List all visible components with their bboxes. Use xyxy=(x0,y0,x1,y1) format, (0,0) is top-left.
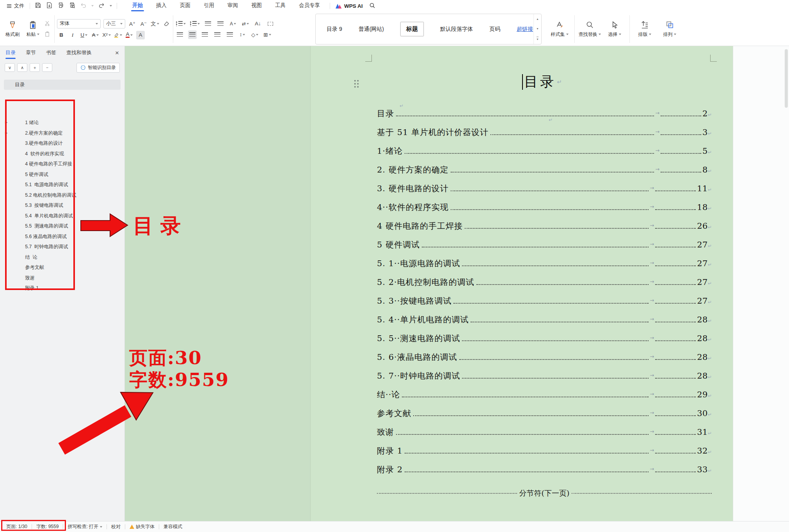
collapse-all-button[interactable]: ∧ xyxy=(17,63,27,72)
sidebar-toc-header[interactable]: 目录 xyxy=(4,80,121,90)
gallery-scroll-down[interactable]: ▾ xyxy=(537,27,538,30)
italic-button[interactable]: I xyxy=(68,31,77,39)
decrease-indent-button[interactable] xyxy=(204,20,212,28)
menu-tab[interactable]: 插入 xyxy=(149,0,173,12)
borders-button[interactable]: ⊞ xyxy=(263,30,272,39)
undo-dropdown-caret[interactable] xyxy=(91,5,94,7)
toc-entry[interactable]: 5. 7··时钟电路的调试 → 28 ↵ xyxy=(377,370,712,389)
sidebar-toc-item[interactable]: ▶ 5.2 电机控制电路的调试 xyxy=(0,169,124,180)
menu-tab[interactable]: 工具 xyxy=(268,0,292,12)
style-gallery-item[interactable]: 默认段落字体 xyxy=(440,26,473,33)
arrange-button[interactable]: 排列 xyxy=(657,14,682,44)
wps-ai-button[interactable]: WPS AI xyxy=(336,3,363,9)
toc-entry[interactable]: 参考文献 → 30 ↵ xyxy=(377,408,712,427)
shrink-font-button[interactable]: A⁻ xyxy=(139,20,148,28)
customize-qat-caret[interactable] xyxy=(110,5,112,7)
menu-tab[interactable]: 引用 xyxy=(197,0,221,12)
menu-tab[interactable]: 页面 xyxy=(173,0,197,12)
paste-button[interactable]: 粘贴 xyxy=(23,14,43,44)
paste-special-button[interactable] xyxy=(44,31,50,38)
compat-mode-status[interactable]: 兼容模式 xyxy=(163,523,182,530)
sidebar-toc-item[interactable]: ▶ 参考文献 xyxy=(0,242,124,252)
strikethrough-button[interactable]: A xyxy=(91,31,100,39)
toc-entry[interactable]: 5. 4··单片机电路的调试 → 28 ↵ xyxy=(377,314,712,333)
font-name-combo[interactable]: 宋体 xyxy=(57,19,101,28)
sidebar-toc-item[interactable]: ▶ 3.硬件电路的设计 xyxy=(0,117,124,128)
increase-indent-button[interactable] xyxy=(216,20,225,28)
superscript-button[interactable]: X² xyxy=(102,31,111,39)
gallery-more-button[interactable]: ▾ xyxy=(537,37,538,41)
toc-entry[interactable]: 5. 6·液晶电路的调试 → 28 ↵ xyxy=(377,352,712,370)
toc-entry[interactable]: 5. 3··按键电路调试 → 27 ↵ xyxy=(377,295,712,314)
proofread-button[interactable]: 校对 xyxy=(111,523,121,530)
typeset-button[interactable]: 排版 xyxy=(632,14,657,44)
menu-tab[interactable]: 视图 xyxy=(245,0,268,12)
align-left-button[interactable] xyxy=(176,30,184,39)
style-gallery-item[interactable]: 普通(网站) xyxy=(359,26,384,33)
shading-button[interactable]: ◇ xyxy=(251,30,259,39)
style-gallery-item[interactable]: 目录 9 xyxy=(327,26,342,33)
file-menu-button[interactable]: 文件 xyxy=(4,2,27,9)
undo-button[interactable] xyxy=(80,2,87,10)
text-direction-button[interactable]: A xyxy=(229,20,237,28)
cut-button[interactable] xyxy=(44,20,50,27)
sidebar-toc-item[interactable]: ▶ 1 绪论 xyxy=(0,97,124,107)
word-count-status[interactable]: 字数: 9559 xyxy=(36,523,59,530)
menu-tab[interactable]: 会员专享 xyxy=(292,0,327,12)
sidebar-toc-item[interactable]: ▶ 5.7 时钟电路的调试 xyxy=(0,221,124,231)
sidebar-toc-item[interactable]: ▶ 5.1 电源电路的调试 xyxy=(0,159,124,169)
convert-button[interactable]: ⇄ xyxy=(241,20,250,28)
save-button[interactable] xyxy=(35,2,41,10)
select-button[interactable]: 选择 xyxy=(602,14,627,44)
toc-entry[interactable]: 目录 → 2 ↵ xyxy=(377,108,712,127)
font-color-button[interactable]: A xyxy=(125,31,133,39)
sidebar-toc-item[interactable]: ▶ 附录 1 xyxy=(0,262,124,273)
toc-entry[interactable]: 5. 1··电源电路的调试 → 27 ↵ xyxy=(377,258,712,277)
sidebar-toc-item[interactable]: ▶ 5.4 单片机电路的调试 xyxy=(0,190,124,201)
toc-entry[interactable]: 致谢 → 31 ↵ xyxy=(377,427,712,445)
highlight-color-button[interactable] xyxy=(114,31,122,39)
gallery-scroll-up[interactable]: ▴ xyxy=(537,17,538,21)
expand-arrow-icon[interactable]: ▶ xyxy=(5,128,7,139)
toc-entry[interactable]: 5. 5··测速电路的调试 → 28 ↵ xyxy=(377,333,712,352)
clear-format-button[interactable] xyxy=(162,20,171,28)
sidebar-toc-item[interactable]: ▶ 4 软件的程序实现 xyxy=(0,128,124,139)
toc-entry[interactable]: 基于 51 单片机的计价器设计 → 3 ↵ xyxy=(377,127,712,146)
expand-all-button[interactable]: ∨ xyxy=(5,63,15,72)
show-marks-button[interactable] xyxy=(266,20,275,28)
smart-toc-button[interactable]: 智能识别目录 xyxy=(76,63,120,73)
menu-tab[interactable]: 审阅 xyxy=(221,0,245,12)
find-replace-button[interactable]: 查找替换 xyxy=(577,14,602,44)
page-count-status[interactable]: 页面: 1/30 xyxy=(6,523,27,530)
toc-entry[interactable]: 4 硬件电路的手工焊接 → 26 ↵ xyxy=(377,221,712,239)
toc-entry[interactable]: 5. 2·电机控制电路的调试 → 27 ↵ xyxy=(377,277,712,295)
character-shading-button[interactable]: A xyxy=(136,31,145,39)
toc-entry[interactable]: 4··软件的程序实现 → 18 ↵ xyxy=(377,202,712,221)
redo-button[interactable] xyxy=(98,2,105,10)
toc-entry[interactable]: 2. 硬件方案的确定 → 8 ↵ xyxy=(377,164,712,183)
print-button[interactable] xyxy=(57,2,64,10)
phonetic-guide-button[interactable]: 文 xyxy=(151,20,159,28)
align-center-button[interactable] xyxy=(188,30,197,39)
sidebar-toc-item[interactable]: ▶ 2.硬件方案的确定 xyxy=(0,107,124,118)
sidebar-toc-item[interactable]: ▶ 5.5 测速电路的调试 xyxy=(0,200,124,211)
sidebar-toc-item[interactable]: ▶ 致谢 xyxy=(0,252,124,263)
sort-button[interactable]: A↓ xyxy=(254,20,262,28)
underline-button[interactable]: U xyxy=(80,31,88,39)
bullet-list-button[interactable] xyxy=(176,20,186,28)
menu-tab[interactable]: 开始 xyxy=(126,0,149,12)
sidebar-toc-item[interactable]: ▶ 5 硬件调试 xyxy=(0,149,124,159)
numbered-list-button[interactable] xyxy=(190,20,200,28)
style-gallery-item[interactable]: 页码 xyxy=(489,26,500,33)
align-distribute-button[interactable] xyxy=(226,30,234,39)
sidebar-tab[interactable]: 书签 xyxy=(46,46,56,60)
sidebar-toc-item[interactable]: ▶ 5.3 按键电路调试 xyxy=(0,180,124,190)
format-painter-button[interactable]: 格式刷 xyxy=(2,14,23,44)
line-spacing-button[interactable]: ↕ xyxy=(238,30,247,39)
toc-entry[interactable]: 3. 硬件电路的设计 → 11 ↵ xyxy=(377,183,712,202)
expand-arrow-icon[interactable]: ▶ xyxy=(5,117,7,128)
style-set-button[interactable]: 样式集 xyxy=(547,14,572,44)
document-page[interactable]: 目录 ↵ ↵ ↵ 目录 → 2 ↵ 基于 5 xyxy=(310,46,733,521)
toc-entry[interactable]: 附录 1 → 32 ↵ xyxy=(377,445,712,464)
sidebar-toc-item[interactable]: ▶ 结 论 xyxy=(0,231,124,242)
